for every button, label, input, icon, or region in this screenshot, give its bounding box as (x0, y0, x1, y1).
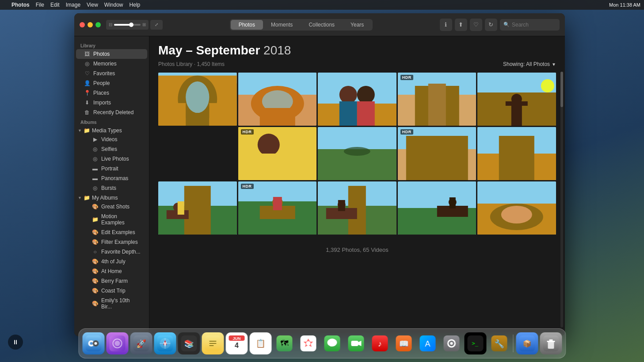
zoom-slider[interactable]: ⊟ ⊞ (106, 20, 149, 30)
sidebar-item-recently-deleted[interactable]: 🗑 Recently Deleted (76, 108, 147, 117)
photo-thumb[interactable] (318, 73, 396, 126)
photo-thumb[interactable] (158, 181, 237, 235)
pause-button[interactable]: ⏸ (8, 335, 23, 350)
sidebar-item-portrait[interactable]: ▬ Portrait (82, 164, 147, 173)
sidebar-item-filter-examples[interactable]: 🎨 Filter Examples (82, 237, 147, 247)
sidebar-item-selfies[interactable]: ◎ Selfies (82, 144, 147, 154)
photo-thumb[interactable] (158, 73, 237, 126)
memories-icon: ◎ (84, 61, 90, 67)
dock-item-launchpad[interactable]: 🚀 (130, 332, 152, 354)
emilys-bday-icon: 🎨 (92, 300, 98, 307)
sidebar-item-imports[interactable]: ⬇ Imports (76, 98, 147, 108)
vertical-scrollbar[interactable] (560, 72, 563, 327)
media-types-group[interactable]: ▼ 📁 Media Types (74, 126, 149, 135)
library-info: Photos Library · 1,450 Items (158, 61, 225, 67)
dock-item-reminders[interactable]: 📋 (249, 332, 271, 354)
share-button[interactable]: ⬆ (455, 19, 467, 31)
sidebar-item-edit-examples[interactable]: 🎨 Edit Examples (82, 227, 147, 237)
scrollbar-thumb[interactable] (560, 72, 563, 107)
tab-photos[interactable]: Photos (231, 20, 263, 30)
dock-item-notes[interactable] (202, 332, 224, 354)
search-box[interactable]: 🔍 (500, 19, 560, 31)
dock-item-migration[interactable]: 🔧 (488, 332, 510, 354)
photo-thumb[interactable]: HDR (238, 181, 317, 235)
sidebar-item-motion-examples[interactable]: 📁 Motion Examples (82, 212, 147, 227)
favorite-button[interactable]: ♡ (470, 19, 482, 31)
sidebar-item-photos[interactable]: 🖼 Photos (76, 49, 147, 59)
sidebar-item-great-shots[interactable]: 🎨 Great Shots (82, 202, 147, 212)
imports-icon: ⬇ (84, 100, 90, 106)
showing-filter-button[interactable]: Showing: All Photos ▼ (503, 61, 556, 67)
menu-window[interactable]: Window (104, 2, 123, 8)
svg-text:A: A (425, 339, 430, 348)
sidebar-item-favorites[interactable]: ♡ Favorites (76, 69, 147, 78)
photo-thumb[interactable] (238, 73, 317, 126)
dock-item-photos-bookmark[interactable]: 📚 (178, 332, 200, 354)
menu-help[interactable]: Help (130, 2, 141, 8)
menu-time: Mon 11:38 AM (609, 2, 640, 8)
dock-item-generic1[interactable]: 📦 (516, 332, 538, 354)
photo-thumb[interactable] (318, 181, 396, 235)
dock: 🚀 📚 JUN4 📋 🗺 (78, 328, 566, 358)
minimize-button[interactable] (88, 22, 93, 27)
info-button[interactable]: ℹ (440, 19, 452, 31)
tab-moments[interactable]: Moments (263, 20, 301, 30)
photo-thumb[interactable]: HDR (398, 73, 476, 126)
dock-item-calendar[interactable]: JUN4 (225, 332, 248, 354)
dock-item-appstore[interactable]: A (416, 332, 438, 354)
sidebar-item-4th-july[interactable]: 🎨 4th of July (82, 257, 147, 266)
dock-item-photos-color[interactable] (297, 332, 319, 354)
rotate-button[interactable]: ⤢ (150, 20, 163, 30)
sidebar-item-places[interactable]: 📍 Places (76, 88, 147, 98)
svg-point-37 (344, 147, 370, 156)
photo-thumb[interactable] (477, 127, 556, 180)
sidebar-item-berry-farm[interactable]: 🎨 Berry Farm (82, 276, 147, 286)
sidebar-item-live-photos[interactable]: ◎ Live Photos (82, 154, 147, 164)
maximize-button[interactable] (95, 22, 101, 27)
tab-collections[interactable]: Collections (301, 20, 343, 30)
traffic-lights (80, 22, 101, 27)
sidebar-item-memories[interactable]: ◎ Memories (76, 59, 147, 69)
dock-item-siri[interactable] (106, 332, 128, 354)
tab-years[interactable]: Years (343, 20, 372, 30)
dock-item-maps[interactable]: 🗺 (273, 332, 295, 354)
dock-item-safari[interactable] (154, 332, 176, 354)
dock-item-terminal[interactable]: >_ (464, 332, 486, 354)
photo-thumb[interactable] (477, 181, 556, 235)
menu-view[interactable]: View (87, 2, 98, 8)
menu-file[interactable]: File (36, 2, 44, 8)
menu-image[interactable]: Image (66, 2, 80, 8)
sidebar-item-bursts[interactable]: ◎ Bursts (82, 183, 147, 193)
photo-thumb[interactable] (398, 181, 476, 235)
my-albums-group[interactable]: ▼ 📁 My Albums (74, 193, 149, 202)
dock-item-trash[interactable] (540, 332, 562, 354)
rotate-right-button[interactable]: ↻ (485, 19, 497, 31)
trash-icon: 🗑 (84, 109, 90, 116)
menu-edit[interactable]: Edit (50, 2, 60, 8)
dock-item-finder[interactable] (82, 332, 104, 354)
dock-item-system-prefs[interactable] (440, 332, 462, 354)
photo-thumb[interactable] (318, 127, 396, 180)
photo-thumb[interactable]: HDR (238, 127, 317, 180)
sidebar-item-panoramas[interactable]: ▬ Panoramas (82, 173, 147, 183)
sidebar-item-videos[interactable]: ▶ Videos (82, 135, 147, 144)
sidebar-item-coast-trip[interactable]: 🎨 Coast Trip (82, 286, 147, 296)
svg-point-103 (306, 341, 310, 346)
svg-rect-127 (547, 341, 555, 342)
dock-item-books[interactable]: 📖 (392, 332, 415, 354)
photo-thumb[interactable] (477, 73, 556, 126)
dock-item-messages[interactable] (321, 332, 343, 354)
dock-item-music[interactable]: ♪ (369, 332, 391, 354)
sidebar-item-at-home[interactable]: 🎨 At Home (82, 266, 147, 276)
close-button[interactable] (80, 22, 85, 27)
dock-item-facetime[interactable] (345, 332, 367, 354)
sidebar-item-people[interactable]: 👤 People (76, 78, 147, 88)
view-tabs: Photos Moments Collections Years (230, 19, 373, 31)
photo-thumb[interactable]: HDR (398, 127, 476, 180)
svg-rect-17 (339, 101, 357, 126)
search-input[interactable] (512, 22, 556, 28)
sidebar-item-emilys-bday[interactable]: 🎨 Emily's 10th Bir... (82, 296, 147, 312)
menu-photos[interactable]: Photos (11, 2, 30, 8)
svg-text:📦: 📦 (522, 339, 531, 348)
sidebar-item-favorite-depth[interactable]: ○ Favorite Depth... (82, 247, 147, 257)
